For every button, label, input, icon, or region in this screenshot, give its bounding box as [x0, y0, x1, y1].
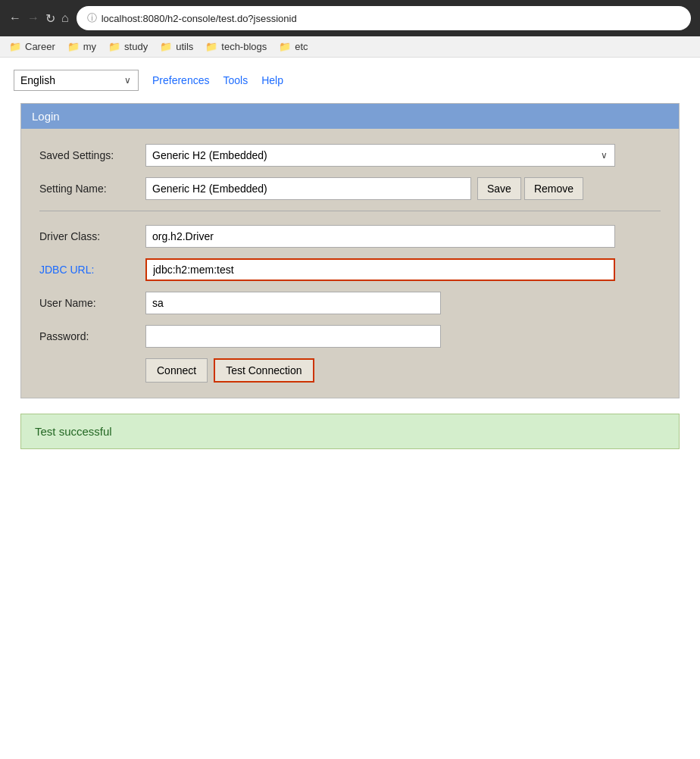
- folder-icon: 📁: [279, 41, 291, 52]
- setting-name-input[interactable]: [145, 177, 471, 200]
- info-icon: ⓘ: [87, 11, 97, 25]
- setting-name-label: Setting Name:: [39, 183, 145, 195]
- password-label: Password:: [39, 330, 145, 342]
- back-button[interactable]: ←: [9, 11, 21, 25]
- nav-buttons: ← → ↻ ⌂: [9, 11, 69, 26]
- bookmark-tech-blogs[interactable]: 📁 tech-blogs: [205, 41, 267, 52]
- username-input[interactable]: [145, 292, 441, 314]
- test-connection-button[interactable]: Test Connection: [214, 358, 314, 383]
- bookmark-utils[interactable]: 📁 utils: [160, 41, 193, 52]
- login-header: Login: [21, 104, 679, 129]
- bookmark-label: utils: [176, 41, 193, 52]
- tools-link[interactable]: Tools: [223, 74, 248, 86]
- saved-settings-label: Saved Settings:: [39, 149, 145, 161]
- forward-button[interactable]: →: [27, 11, 39, 25]
- bookmark-my[interactable]: 📁 my: [67, 41, 96, 52]
- driver-class-input[interactable]: [145, 225, 615, 248]
- success-banner: Test successful: [20, 414, 680, 449]
- driver-class-row: Driver Class:: [39, 225, 661, 248]
- password-input[interactable]: [145, 325, 441, 348]
- reload-button[interactable]: ↻: [45, 11, 55, 26]
- jdbc-url-input[interactable]: [145, 258, 615, 281]
- setting-name-row: Setting Name: Save Remove: [39, 177, 661, 200]
- bookmark-label: etc: [295, 41, 308, 52]
- bookmark-etc[interactable]: 📁 etc: [279, 41, 308, 52]
- username-label: User Name:: [39, 297, 145, 309]
- folder-icon: 📁: [205, 41, 217, 52]
- folder-icon: 📁: [108, 41, 120, 52]
- driver-class-label: Driver Class:: [39, 230, 145, 242]
- bookmark-label: Career: [25, 41, 55, 52]
- bookmark-study[interactable]: 📁 study: [108, 41, 148, 52]
- remove-button[interactable]: Remove: [524, 177, 583, 200]
- saved-settings-select[interactable]: Generic H2 (Embedded): [145, 144, 615, 167]
- jdbc-url-row: JDBC URL:: [39, 258, 661, 281]
- page-content: English Preferences Tools Help Login Sav…: [0, 58, 700, 461]
- bookmark-label: my: [83, 41, 96, 52]
- setting-name-buttons: Save Remove: [477, 177, 583, 200]
- bookmark-label: tech-blogs: [221, 41, 267, 52]
- username-row: User Name:: [39, 292, 661, 314]
- saved-settings-wrapper: Generic H2 (Embedded): [145, 144, 615, 167]
- folder-icon: 📁: [160, 41, 172, 52]
- language-select[interactable]: English: [14, 70, 139, 91]
- language-select-wrapper: English: [14, 70, 139, 91]
- preferences-link[interactable]: Preferences: [152, 74, 209, 86]
- address-bar[interactable]: ⓘ localhost:8080/h2-console/test.do?jses…: [77, 6, 691, 30]
- bookmark-label: study: [124, 41, 148, 52]
- bookmarks-bar: 📁 Career 📁 my 📁 study 📁 utils 📁 tech-blo…: [0, 36, 700, 58]
- success-message: Test successful: [35, 425, 112, 438]
- login-box: Login Saved Settings: Generic H2 (Embedd…: [20, 103, 680, 398]
- help-link[interactable]: Help: [261, 74, 283, 86]
- browser-chrome: ← → ↻ ⌂ ⓘ localhost:8080/h2-console/test…: [0, 0, 700, 36]
- saved-settings-row: Saved Settings: Generic H2 (Embedded): [39, 144, 661, 167]
- top-toolbar: English Preferences Tools Help: [14, 70, 686, 91]
- bookmark-career[interactable]: 📁 Career: [9, 41, 55, 52]
- connect-row: Connect Test Connection: [145, 358, 661, 383]
- folder-icon: 📁: [67, 41, 80, 52]
- save-button[interactable]: Save: [477, 177, 521, 200]
- password-row: Password:: [39, 325, 661, 348]
- home-button[interactable]: ⌂: [61, 11, 69, 25]
- login-body: Saved Settings: Generic H2 (Embedded) Se…: [21, 129, 679, 398]
- address-text: localhost:8080/h2-console/test.do?jsessi…: [102, 13, 297, 24]
- folder-icon: 📁: [9, 41, 21, 52]
- connect-button[interactable]: Connect: [145, 358, 208, 383]
- jdbc-url-label: JDBC URL:: [39, 264, 145, 276]
- divider: [39, 211, 661, 211]
